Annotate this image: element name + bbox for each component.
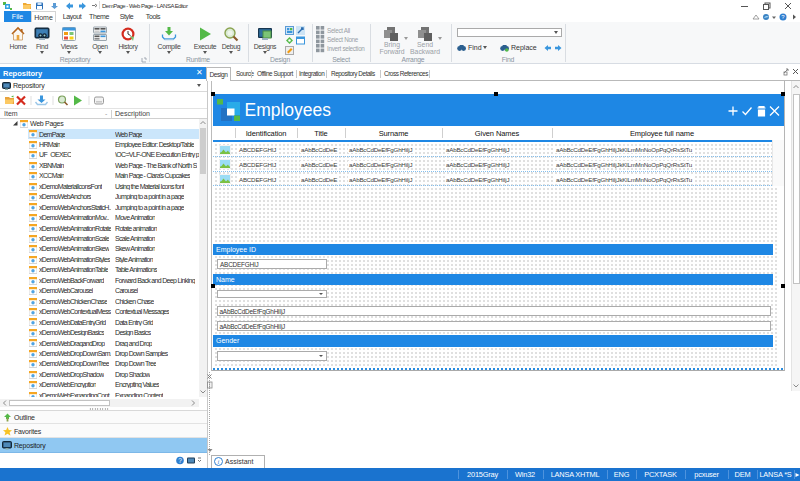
- svg-text:?: ?: [178, 457, 182, 464]
- svg-text:i: i: [218, 458, 220, 465]
